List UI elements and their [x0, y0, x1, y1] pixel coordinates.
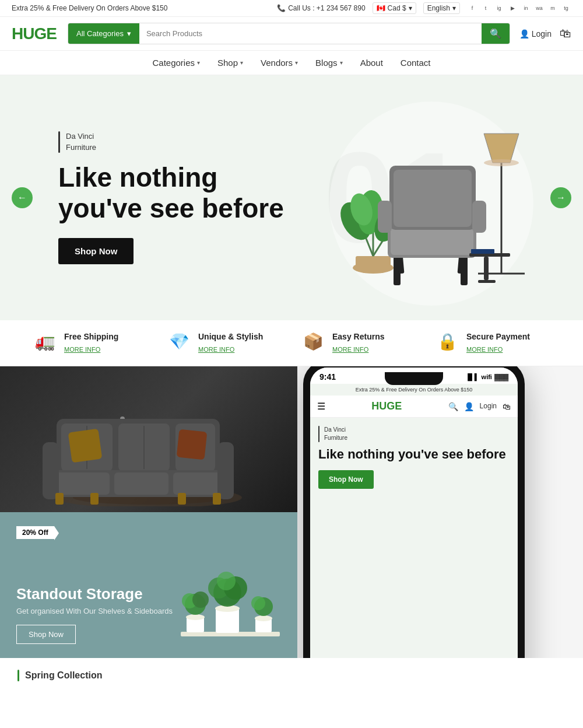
- feature-payment: 🔒 Secure Payment MORE INFO: [437, 332, 548, 354]
- brand-bar: [58, 131, 60, 152]
- svg-rect-6: [356, 256, 391, 270]
- products-section: 20% Off Standout Storage Get organised W…: [0, 366, 583, 658]
- svg-rect-62: [213, 493, 221, 505]
- svg-rect-61: [178, 493, 186, 505]
- phone-hero-title: Like nothing you've see before: [318, 447, 510, 462]
- hero-brand: Da Vinci Furniture: [58, 131, 284, 152]
- facebook-icon[interactable]: f: [467, 3, 477, 13]
- phone-logo[interactable]: HUGE: [371, 400, 402, 412]
- twitter-icon[interactable]: t: [480, 3, 491, 13]
- feature-returns: 📦 Easy Returns MORE INFO: [303, 332, 414, 354]
- phone-icon: 📞: [277, 4, 286, 12]
- currency-selector[interactable]: 🇨🇦 Cad $ ▾: [373, 2, 416, 14]
- discount-badge: 20% Off: [16, 526, 54, 539]
- hero-next-button[interactable]: →: [550, 187, 571, 208]
- category-dropdown-button[interactable]: All Categories ▾: [68, 23, 139, 44]
- plants-svg: [175, 530, 286, 658]
- unique-more-info-link[interactable]: MORE INFO: [198, 346, 234, 353]
- spring-collection-label: Spring Collection: [17, 670, 566, 681]
- search-input[interactable]: [139, 23, 482, 44]
- arrow-left-icon: ←: [17, 192, 27, 203]
- top-bar: Extra 25% & Free Delivery On Orders Abov…: [0, 0, 583, 17]
- hero-section: ← 01 Da Vinci Furniture Like nothing you…: [0, 75, 583, 320]
- header: HUGE All Categories ▾ 🔍 👤 Login 🛍: [0, 17, 583, 51]
- returns-icon: 📦: [303, 332, 324, 351]
- svg-point-4: [484, 159, 519, 166]
- phone-hero-section: 01 Da Vinci Furniture Like nothing you'v…: [310, 418, 518, 658]
- chevron-down-icon: ▾: [409, 4, 412, 12]
- chevron-down-icon: ▾: [240, 60, 243, 66]
- svg-rect-69: [216, 608, 239, 633]
- feature-unique-text: Unique & Stylish MORE INFO: [198, 332, 263, 354]
- chevron-down-icon: ▾: [295, 60, 298, 66]
- hero-title: Like nothing you've see before: [58, 162, 284, 224]
- brand-text: Da Vinci Furniture: [66, 131, 96, 152]
- svg-point-65: [186, 614, 205, 620]
- nav-item-categories[interactable]: Categories ▾: [152, 58, 200, 68]
- feature-payment-text: Secure Payment MORE INFO: [466, 332, 530, 354]
- svg-point-74: [217, 572, 236, 590]
- nav-item-shop[interactable]: Shop ▾: [217, 58, 243, 68]
- nav-item-vendors[interactable]: Vendors ▾: [261, 58, 298, 68]
- svg-rect-55: [114, 473, 168, 495]
- svg-rect-26: [478, 280, 496, 283]
- feature-returns-text: Easy Returns MORE INFO: [332, 332, 384, 354]
- svg-rect-19: [391, 227, 473, 255]
- storage-shop-now-button[interactable]: Shop Now: [16, 625, 76, 644]
- messenger-icon[interactable]: m: [547, 3, 558, 13]
- svg-rect-58: [217, 442, 234, 499]
- youtube-icon[interactable]: ▶: [507, 3, 518, 13]
- user-icon: 👤: [519, 29, 529, 38]
- search-icon: 🔍: [490, 29, 501, 38]
- features-bar: 🚛 Free Shipping MORE INFO 💎 Unique & Sty…: [0, 320, 583, 366]
- cart-button[interactable]: 🛍: [560, 27, 571, 40]
- svg-rect-22: [378, 201, 392, 233]
- hero-shop-now-button[interactable]: Shop Now: [58, 238, 134, 264]
- wifi-icon: wifi: [482, 373, 492, 380]
- language-selector[interactable]: English ▾: [423, 2, 460, 14]
- nav-item-about[interactable]: About: [360, 58, 383, 68]
- search-button[interactable]: 🔍: [482, 23, 510, 44]
- login-button[interactable]: 👤 Login: [519, 29, 552, 38]
- hero-prev-button[interactable]: ←: [12, 187, 33, 208]
- returns-more-info-link[interactable]: MORE INFO: [332, 346, 368, 353]
- phone-screen: 9:41 ▐▌▌ wifi ▓▓▓ Extra 25% & Free Deliv…: [310, 368, 518, 658]
- hero-content: Da Vinci Furniture Like nothing you've s…: [58, 131, 284, 264]
- feature-unique: 💎 Unique & Stylish MORE INFO: [169, 332, 280, 354]
- svg-rect-60: [90, 493, 99, 505]
- linkedin-icon[interactable]: in: [521, 3, 531, 13]
- phone-brand-bar: [318, 426, 319, 442]
- svg-rect-23: [472, 201, 486, 233]
- chevron-down-icon: ▾: [127, 29, 131, 38]
- telegram-icon[interactable]: tg: [561, 3, 571, 13]
- phone-notch: [385, 372, 443, 385]
- instagram-icon[interactable]: ig: [494, 3, 504, 13]
- phone-user-icon[interactable]: 👤: [464, 402, 474, 411]
- phone-mockup: 9:41 ▐▌▌ wifi ▓▓▓ Extra 25% & Free Deliv…: [303, 366, 525, 658]
- hero-chair-svg: [303, 87, 548, 309]
- nav-item-blogs[interactable]: Blogs ▾: [315, 58, 343, 68]
- battery-icon: ▓▓▓: [494, 373, 508, 380]
- plants-decoration: [175, 530, 286, 658]
- feature-free-shipping: 🚛 Free Shipping MORE INFO: [35, 332, 146, 354]
- shipping-more-info-link[interactable]: MORE INFO: [64, 346, 100, 353]
- announcement-text: Extra 25% & Free Delivery On Orders Abov…: [12, 4, 167, 12]
- top-bar-right: 📞 Call Us : +1 234 567 890 🇨🇦 Cad $ ▾ En…: [277, 2, 571, 14]
- payment-more-info-link[interactable]: MORE INFO: [466, 346, 503, 353]
- nav-item-contact[interactable]: Contact: [401, 58, 431, 68]
- svg-rect-56: [173, 473, 221, 495]
- phone-status-icons: ▐▌▌ wifi ▓▓▓: [465, 373, 508, 380]
- shipping-icon: 🚛: [35, 332, 56, 351]
- phone-shop-now-button[interactable]: Shop Now: [318, 470, 374, 489]
- svg-point-76: [255, 615, 272, 621]
- svg-rect-57: [43, 442, 59, 499]
- phone-cart-icon[interactable]: 🛍: [503, 402, 511, 411]
- sofa-svg: [32, 372, 265, 506]
- whatsapp-icon[interactable]: wa: [534, 3, 545, 13]
- phone-menu-icon[interactable]: ☰: [317, 401, 325, 412]
- hero-product-image: [303, 87, 548, 309]
- chevron-down-icon: ▾: [452, 4, 456, 12]
- site-logo[interactable]: HUGE: [12, 24, 58, 43]
- phone-search-icon[interactable]: 🔍: [448, 402, 458, 411]
- phone-login-link[interactable]: Login: [480, 402, 497, 411]
